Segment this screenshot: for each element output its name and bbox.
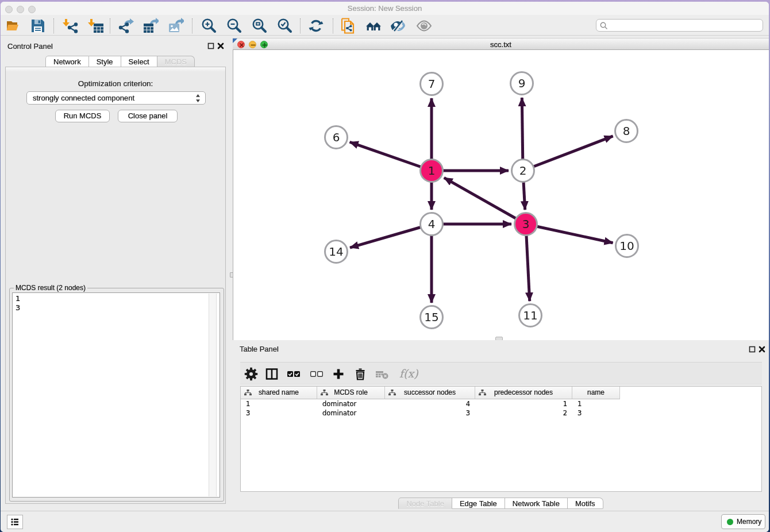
run-mcds-button[interactable]: Run MCDS [55,110,110,122]
control-panel-tab-style[interactable]: Style [89,56,121,67]
column-type-icon [321,390,328,396]
control-panel: Control Panel NetworkStyleSelectMCDS Opt… [1,36,230,511]
delete-table-button[interactable] [375,367,389,381]
open-folder-icon [5,18,21,34]
add-column-button[interactable] [332,367,345,381]
export-network-button[interactable] [118,18,134,34]
checked-boxes-icon [287,367,301,381]
optimization-criterion-label: Optimization criterion: [6,79,225,88]
zoom-selected-button[interactable] [276,18,292,34]
column-settings-button[interactable] [244,367,258,381]
export-table-button[interactable] [143,18,159,34]
node-table[interactable]: shared nameMCDS rolesuccessor nodesprede… [240,386,762,492]
export-network-icon [118,18,134,34]
table-row[interactable]: 3dominator323 [241,408,620,418]
zoom-out-icon [226,18,242,34]
function-builder-button[interactable]: f(x) [399,367,418,380]
mcds-result-title: MCDS result (2 nodes) [14,284,87,292]
column-header-name[interactable]: name [572,387,620,399]
table-cell: dominator [317,399,385,408]
homes-icon [365,18,382,34]
delete-column-button[interactable] [353,367,367,381]
column-header-shared-name[interactable]: shared name [241,387,317,399]
graph-node-label: 7 [428,77,436,91]
apply-layout-button[interactable] [308,18,324,34]
table-panel-tab-network-table[interactable]: Network Table [505,498,568,509]
plus-icon [332,367,345,381]
zoom-fit-button[interactable] [251,18,267,34]
table-cell: 3 [572,408,620,418]
memory-status-icon [727,519,733,525]
zoom-selected-icon [276,18,292,34]
import-table-button[interactable] [88,18,104,34]
toolbar-separator [110,18,110,33]
import-network-button[interactable] [63,18,79,34]
show-all-button[interactable] [416,18,432,34]
search-input[interactable] [596,19,763,32]
column-header-mcds-role[interactable]: MCDS role [317,387,385,399]
deselect-all-checkboxes-button[interactable] [310,367,324,381]
clone-network-icon [340,18,356,34]
control-panel-close-icon[interactable] [217,43,224,49]
mcds-result-groupbox: MCDS result (2 nodes) 1 3 [9,288,224,502]
table-cell: 4 [385,399,475,408]
optimization-criterion-select[interactable]: strongly connected component [26,91,206,105]
export-image-button[interactable] [168,18,184,34]
control-panel-tab-mcds[interactable]: MCDS [157,56,195,67]
graph-node-label: 15 [424,310,438,324]
graph-edge-3-1[interactable] [444,178,526,224]
table-panel-tab-edge-table[interactable]: Edge Table [452,498,505,509]
clone-network-button[interactable] [340,18,356,34]
unchecked-boxes-icon [310,367,324,381]
task-history-button[interactable] [7,515,23,529]
network-window-title: scc.txt [233,40,769,49]
control-panel-tabs: NetworkStyleSelectMCDS [45,56,195,67]
table-panel-title: Table Panel [240,345,279,353]
select-all-checkboxes-button[interactable] [287,367,301,381]
open-file-button[interactable] [5,18,21,34]
table-panel: Table Panel [233,340,769,511]
search-icon [599,21,609,30]
optimization-criterion-value: strongly connected component [33,94,134,102]
control-panel-tab-network[interactable]: Network [45,56,89,67]
refresh-icon [308,18,324,34]
mcds-result-text: 1 3 [16,294,20,313]
table-cell: 1 [241,399,317,408]
table-cell: 3 [241,408,317,418]
main-area: Control Panel NetworkStyleSelectMCDS Opt… [1,36,769,511]
memory-button[interactable]: Memory [721,514,765,529]
table-row[interactable]: 1dominator411 [241,399,620,408]
mcds-result-textarea[interactable]: 1 3 [12,292,220,498]
graph-edge-2-8[interactable] [523,136,613,171]
column-header-successor-nodes[interactable]: successor nodes [385,387,475,399]
graph-edge-3-10[interactable] [526,224,613,243]
table-panel-tab-motifs[interactable]: Motifs [568,498,603,509]
graph-node-label: 4 [428,217,436,231]
reset-view-button[interactable] [365,18,382,34]
control-panel-float-icon[interactable] [207,43,214,49]
status-bar: Memory [1,511,769,532]
control-panel-tab-select[interactable]: Select [121,56,157,67]
close-panel-button[interactable]: Close panel [118,110,178,122]
table-panel-float-icon[interactable] [749,346,756,353]
graph-edge-4-14[interactable] [350,224,432,248]
table-panel-close-icon[interactable] [759,346,765,353]
window-titlebar: Session: New Session [1,2,769,16]
delete-table-icon [375,367,389,381]
network-canvas[interactable]: 1234678910111415 [233,50,769,340]
list-icon [7,515,22,529]
import-network-icon [63,18,79,34]
graph-node-label: 1 [428,164,436,178]
graph-edge-1-6[interactable] [350,142,432,171]
zoom-out-button[interactable] [226,18,242,34]
save-session-button[interactable] [30,18,46,34]
network-window-titlebar[interactable]: scc.txt [233,38,769,50]
eye-slash-icon [390,18,406,34]
hide-selected-button[interactable] [390,18,406,34]
panel-layout-button[interactable] [265,367,279,381]
zoom-in-button[interactable] [201,18,217,34]
table-panel-tab-node-table[interactable]: Node Table [398,498,452,509]
gear-icon [244,367,258,381]
column-header-predecessor-nodes[interactable]: predecessor nodes [475,387,572,399]
mcds-result-scrollbar[interactable] [209,294,217,496]
